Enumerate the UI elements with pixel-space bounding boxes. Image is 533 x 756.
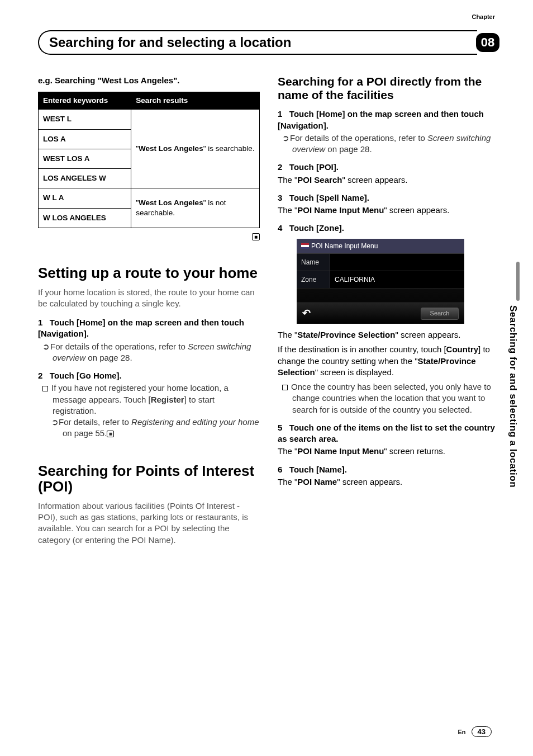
step-number: 2 xyxy=(38,371,42,380)
text: The " xyxy=(278,330,297,339)
step-sub: ➲For details of the operations, refer to… xyxy=(38,341,260,364)
title-row: Searching for and selecting a location 0… xyxy=(38,30,499,55)
step: 1 Touch [Home] on the map screen and the… xyxy=(38,317,260,340)
step-title: Touch [Home] on the map screen and then … xyxy=(278,109,484,130)
ui-label: Name xyxy=(297,254,330,271)
step-sub: Once the country has been selected, you … xyxy=(278,381,499,415)
section-intro: Information about various facilities (Po… xyxy=(38,500,260,546)
text-bold: State/Province Selection xyxy=(297,330,395,339)
right-column: Searching for a POI directly from the na… xyxy=(278,75,499,554)
text: " screen appears. xyxy=(337,477,402,486)
table-result-not-searchable: "West Los Angeles" is not searchable. xyxy=(131,188,260,228)
chapter-label: Chapter xyxy=(472,13,495,20)
text: The " xyxy=(278,446,297,456)
page-title-box: Searching for and selecting a location xyxy=(38,30,477,55)
left-column: e.g. Searching "West Los Angeles". Enter… xyxy=(38,75,260,554)
side-tab-stub xyxy=(516,262,520,301)
text-bold: POI Name xyxy=(297,477,337,486)
table-row: LOS ANGELES W xyxy=(39,169,131,188)
ui-search-button: Search xyxy=(421,308,459,320)
page-title: Searching for and selecting a location xyxy=(49,35,291,50)
table-row: W LOS ANGELES xyxy=(39,208,131,228)
text: For details, refer to xyxy=(59,417,131,427)
step: 6 Touch [Name]. xyxy=(278,464,499,475)
table-row: WEST LOS A xyxy=(39,149,131,168)
text: For details of the operations, refer to xyxy=(50,342,188,351)
text: " screen returns. xyxy=(384,446,445,456)
section-end-icon: ■ xyxy=(107,431,114,437)
step: 4 Touch [Zone]. xyxy=(278,223,499,234)
footer-page-number: 43 xyxy=(472,726,492,737)
ui-spacer xyxy=(297,288,464,303)
step-sub: ➲For details of the operations, refer to… xyxy=(278,133,499,155)
ui-value: CALIFORNIA xyxy=(330,271,464,288)
step-title: Touch [Spell Name]. xyxy=(289,193,369,202)
step-title: Touch [Zone]. xyxy=(289,223,344,233)
section-intro: If your home location is stored, the rou… xyxy=(38,287,260,310)
text: " screen appears. xyxy=(342,175,407,185)
ui-title: POI Name Input Menu xyxy=(311,242,378,251)
footer-language: En xyxy=(458,729,465,735)
step-subsub: ➲For details, refer to Registering and e… xyxy=(38,417,260,440)
step: 1 Touch [Home] on the map screen and the… xyxy=(278,108,499,131)
step-result: The "State/Province Selection" screen ap… xyxy=(278,329,499,341)
section-heading-poi: Searching for Points of Interest (POI) xyxy=(38,463,260,495)
example-heading: e.g. Searching "West Los Angeles". xyxy=(38,75,260,86)
step-title: Touch [Name]. xyxy=(289,465,347,474)
step-title: Touch [POI]. xyxy=(289,162,339,172)
text: The " xyxy=(278,477,297,486)
table-row: W L A xyxy=(39,188,131,208)
keyword-table: Entered keywords Search results WEST L "… xyxy=(38,92,260,228)
text: " screen appears. xyxy=(384,205,449,215)
table-result-searchable: "West Los Angeles" is searchable. xyxy=(131,110,260,188)
text-italic: Registering and editing your home xyxy=(131,417,259,427)
step-result: The "POI Name" screen appears. xyxy=(278,476,499,488)
ui-value xyxy=(330,254,464,271)
step-number: 6 xyxy=(278,465,282,474)
section-heading-home: Setting up a route to your home xyxy=(38,265,260,281)
subsection-heading: Searching for a POI directly from the na… xyxy=(278,75,499,102)
back-icon: ↶ xyxy=(302,306,311,320)
step-number: 1 xyxy=(38,318,42,327)
ui-label: Zone xyxy=(297,271,330,288)
table-row: LOS A xyxy=(39,129,131,149)
ui-titlebar: POI Name Input Menu xyxy=(297,239,464,253)
step-result: The "POI Search" screen appears. xyxy=(278,174,499,186)
step-title: Touch one of the items on the list to se… xyxy=(278,423,495,443)
text: For details of the operations, refer to xyxy=(290,133,427,143)
text-bold: West Los Angeles xyxy=(139,144,203,153)
step-number: 2 xyxy=(278,162,282,172)
ui-row-zone: ZoneCALIFORNIA xyxy=(297,271,464,288)
text: Once the country has been selected, you … xyxy=(291,382,491,414)
section-end-icon: ■ xyxy=(38,230,260,242)
pointer-icon: ➲ xyxy=(281,133,290,144)
step-result: The "POI Name Input Menu" screen returns… xyxy=(278,446,499,457)
step-number: 4 xyxy=(278,223,282,233)
side-tab: Searching for and selecting a location xyxy=(507,262,522,519)
step-title: Touch [Home] on the map screen and then … xyxy=(38,318,244,338)
text: " screen appears. xyxy=(395,330,460,339)
bullet-box-icon xyxy=(42,386,48,391)
text: on page 55. xyxy=(63,428,107,438)
text: The " xyxy=(278,175,297,185)
chapter-number-badge: 08 xyxy=(476,33,499,52)
step-title: Touch [Go Home]. xyxy=(50,371,122,380)
table-header-results: Search results xyxy=(131,92,260,110)
ui-screenshot: POI Name Input Menu Name ZoneCALIFORNIA … xyxy=(297,239,464,324)
text-bold: Country xyxy=(446,344,479,354)
pointer-icon: ➲ xyxy=(41,341,50,352)
text-bold: POI Search xyxy=(297,175,342,185)
flag-icon xyxy=(301,243,309,249)
step-result: The "POI Name Input Menu" screen appears… xyxy=(278,205,499,216)
text: The " xyxy=(278,205,297,215)
text-bold: Register xyxy=(151,395,184,404)
step: 5 Touch one of the items on the list to … xyxy=(278,422,499,445)
text: on page 28. xyxy=(325,144,372,154)
side-tab-label: Searching for and selecting a location xyxy=(507,305,518,488)
text: " is searchable. xyxy=(203,144,255,153)
step-note: If the destination is in another country… xyxy=(278,344,499,378)
step: 2 Touch [POI]. xyxy=(278,162,499,173)
step-sub: If you have not registered your home loc… xyxy=(38,382,260,417)
page-footer: En 43 xyxy=(458,726,492,737)
ui-row-name: Name xyxy=(297,253,464,271)
